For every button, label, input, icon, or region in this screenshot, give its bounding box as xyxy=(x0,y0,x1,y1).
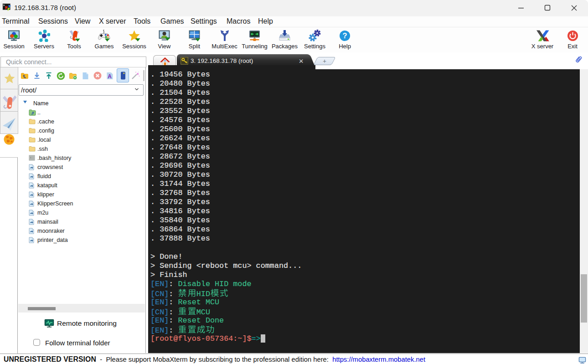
svg-text:A: A xyxy=(108,73,112,79)
svg-text:?: ? xyxy=(342,31,347,40)
